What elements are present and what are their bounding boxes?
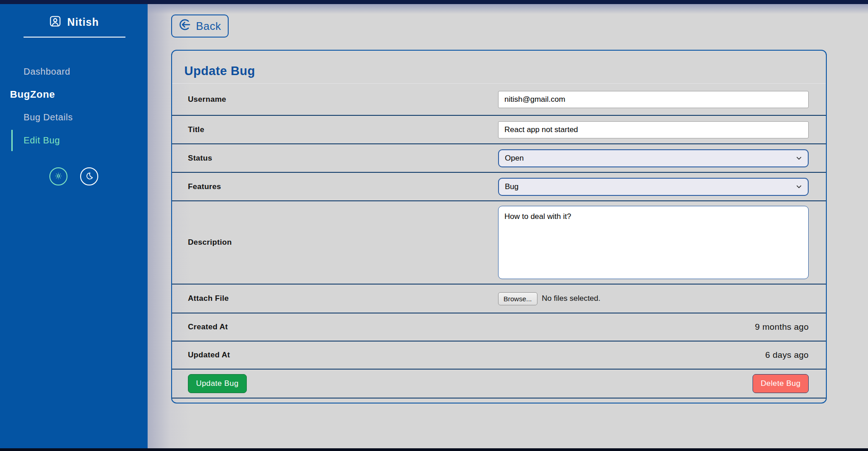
browse-file-button[interactable]: Browse... xyxy=(498,292,537,305)
update-bug-button[interactable]: Update Bug xyxy=(188,374,247,393)
attach-file-row: Attach File Browse... No files selected. xyxy=(172,285,826,313)
username-label: Username xyxy=(188,95,226,104)
sidebar-item-edit-bug[interactable]: Edit Bug xyxy=(0,129,148,152)
features-row: Features Bug xyxy=(172,173,826,201)
top-edge-strip xyxy=(0,0,868,4)
updated-at-label: Updated At xyxy=(188,351,230,360)
username-row: Username xyxy=(172,84,826,116)
update-bug-panel: Update Bug Username Title xyxy=(171,50,827,404)
username-input[interactable] xyxy=(498,91,809,108)
user-underline xyxy=(24,37,125,38)
sidebar-brand-bugzone: BugZone xyxy=(0,83,148,106)
status-select[interactable]: Open xyxy=(498,149,809,167)
sidebar-nav: Dashboard BugZone Bug Details Edit Bug xyxy=(0,60,148,152)
back-arrow-circle-icon xyxy=(179,19,191,33)
status-label: Status xyxy=(188,154,212,163)
screen: Nitish Dashboard BugZone Bug Details Edi… xyxy=(0,0,868,451)
status-row: Status Open xyxy=(172,144,826,173)
moon-icon xyxy=(85,171,94,182)
panel-title: Update Bug xyxy=(172,51,826,78)
user-block: Nitish xyxy=(0,4,148,29)
delete-bug-button[interactable]: Delete Bug xyxy=(753,374,809,393)
title-label: Title xyxy=(188,125,204,134)
created-at-label: Created At xyxy=(188,323,228,332)
back-button-label: Back xyxy=(196,20,221,33)
sun-icon xyxy=(54,171,63,182)
dark-theme-button[interactable] xyxy=(80,167,98,185)
updated-at-value: 6 days ago xyxy=(498,350,809,360)
features-label: Features xyxy=(188,182,221,191)
created-at-value: 9 months ago xyxy=(498,322,809,332)
light-theme-button[interactable] xyxy=(49,167,67,185)
description-row: Description How to deal with it? xyxy=(172,201,826,285)
file-status-text: No files selected. xyxy=(542,294,600,303)
sidebar-item-dashboard[interactable]: Dashboard xyxy=(0,60,148,83)
back-button[interactable]: Back xyxy=(171,14,229,38)
title-row: Title xyxy=(172,116,826,144)
attach-file-label: Attach File xyxy=(188,294,229,303)
sidebar: Nitish Dashboard BugZone Bug Details Edi… xyxy=(0,4,148,448)
actions-row: Update Bug Delete Bug xyxy=(172,370,826,399)
user-badge-icon xyxy=(49,15,62,29)
description-textarea[interactable]: How to deal with it? xyxy=(498,206,809,279)
title-input[interactable] xyxy=(498,121,809,138)
app-window: Nitish Dashboard BugZone Bug Details Edi… xyxy=(0,4,868,448)
sidebar-item-bug-details[interactable]: Bug Details xyxy=(0,106,148,129)
created-at-row: Created At 9 months ago xyxy=(172,313,826,342)
main-content: Back Update Bug Username Title xyxy=(148,4,868,448)
updated-at-row: Updated At 6 days ago xyxy=(172,342,826,370)
form-table: Username Title Status xyxy=(172,83,826,399)
user-name: Nitish xyxy=(67,16,99,28)
description-label: Description xyxy=(188,238,232,247)
features-select[interactable]: Bug xyxy=(498,178,809,196)
theme-toggle-row xyxy=(49,167,148,185)
bottom-edge-strip xyxy=(0,448,868,451)
